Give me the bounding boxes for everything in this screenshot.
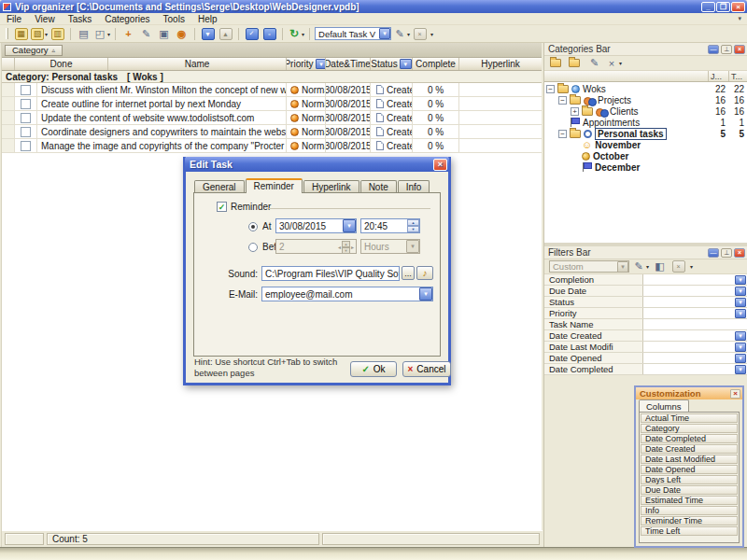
done-cell[interactable]	[15, 111, 37, 124]
chevron-down-icon[interactable]: ▾	[735, 287, 746, 296]
menu-file[interactable]: File	[0, 14, 28, 24]
filter-value[interactable]: ▾	[643, 342, 747, 352]
edit-filter-button[interactable]: ✎▾	[632, 259, 649, 274]
table-row[interactable]: Coordinate designers and copywriters to …	[2, 125, 542, 139]
edit-category-button[interactable]: ✎	[586, 56, 602, 71]
close-button[interactable]: ×	[731, 2, 745, 12]
chevron-down-icon[interactable]: ▾	[735, 331, 746, 341]
due-date-cell[interactable]: 30/08/2015	[326, 83, 371, 96]
tab-info[interactable]: Info	[398, 180, 430, 192]
delete-filter-button[interactable]: ×	[670, 259, 686, 274]
tab-columns[interactable]: Columns	[639, 399, 689, 412]
done-checkbox[interactable]	[21, 141, 31, 151]
new-item-button[interactable]: ▧▾	[31, 26, 48, 41]
due-date-cell[interactable]: 30/08/2015	[326, 125, 371, 138]
menu-overflow-icon[interactable]: ▾	[738, 15, 747, 22]
tree-item-october[interactable]: October	[544, 150, 747, 161]
move-up-button[interactable]: ▲	[218, 26, 233, 41]
tree-column-2[interactable]: T...	[728, 71, 747, 81]
complete-cell[interactable]: 0 %	[413, 83, 459, 96]
filter-value[interactable]: ▾	[643, 297, 747, 307]
task-name-cell[interactable]: Manage the image and copyrights of the c…	[37, 139, 287, 152]
panel-pin-button[interactable]: ⊥	[721, 248, 732, 258]
chevron-down-icon[interactable]: ▾	[735, 343, 746, 352]
chevron-down-icon[interactable]: ▾	[419, 287, 432, 301]
edit-task-button[interactable]: ✎	[138, 26, 154, 41]
filter-row-priority[interactable]: Priority▾	[544, 308, 747, 319]
list-item[interactable]: Time Left	[641, 526, 738, 536]
column-header-due-date[interactable]: ue Date&Time▾	[326, 58, 371, 70]
task-name-cell[interactable]: Create outline for internet portal by ne…	[37, 97, 287, 110]
filter-row-date-last-modified[interactable]: Date Last Modifi▾	[544, 342, 747, 353]
hyperlink-cell[interactable]	[459, 139, 542, 152]
chevron-down-icon[interactable]: ▾	[735, 275, 746, 285]
duplicate-task-button[interactable]: ▣	[156, 26, 172, 41]
filter-value[interactable]: ▾	[643, 274, 747, 285]
due-date-cell[interactable]: 30/08/2015	[326, 111, 371, 124]
collapse-icon[interactable]: −	[558, 130, 567, 138]
complete-cell[interactable]: 0 %	[413, 125, 459, 138]
filter-value[interactable]: ▾	[643, 286, 747, 296]
filter-row-date-completed[interactable]: Date Completed▾	[544, 364, 747, 375]
chevron-down-icon[interactable]: ▾	[735, 298, 746, 307]
panel-close-button[interactable]: ×	[734, 45, 745, 54]
priority-cell[interactable]: Normal	[287, 125, 326, 138]
complete-cell[interactable]: 0 %	[413, 139, 459, 152]
hyperlink-cell[interactable]	[459, 125, 542, 138]
filter-value[interactable]: ▾	[643, 353, 747, 363]
chevron-down-icon[interactable]: ▾	[735, 309, 746, 318]
add-subcategory-button[interactable]	[568, 56, 584, 71]
before-radio[interactable]	[248, 243, 258, 252]
tab-hyperlink[interactable]: Hyperlink	[303, 180, 359, 192]
customization-header[interactable]: Customization ×	[636, 387, 742, 399]
reminder-time-spinner[interactable]: 20:45 ▲ ▼	[360, 218, 420, 233]
status-cell[interactable]: Created	[371, 125, 413, 138]
panel-position-button[interactable]: —	[708, 248, 719, 258]
menu-tools[interactable]: Tools	[157, 14, 191, 24]
chevron-down-icon[interactable]: ▾	[343, 219, 356, 232]
list-item[interactable]: Category	[641, 424, 738, 433]
minimize-button[interactable]: _	[701, 2, 715, 12]
delete-category-button[interactable]: ×▾	[605, 56, 622, 71]
complete-cell[interactable]: 0 %	[413, 111, 459, 124]
list-item[interactable]: Date Opened	[641, 465, 738, 474]
filter-row-task-name[interactable]: Task Name	[544, 319, 747, 330]
tab-reminder[interactable]: Reminder	[246, 178, 303, 193]
status-cell[interactable]: Created	[371, 139, 413, 152]
task-name-cell[interactable]: Coordinate designers and copywriters to …	[37, 125, 287, 138]
list-item[interactable]: Actual Time	[641, 413, 738, 423]
collapse-icon[interactable]: −	[546, 85, 555, 93]
panel-pin-button[interactable]: ⊥	[721, 45, 732, 54]
tree-item-november[interactable]: ☺ November	[544, 139, 747, 150]
column-header-hyperlink[interactable]: Hyperlink	[459, 58, 542, 70]
priority-cell[interactable]: Normal	[287, 111, 326, 124]
panel-position-button[interactable]: —	[708, 45, 719, 54]
task-name-cell[interactable]: Update the content of website www.todoli…	[37, 111, 287, 124]
cancel-button[interactable]: × Cancel	[402, 361, 451, 377]
table-row[interactable]: Discuss with client Mr. Winston Milton t…	[2, 83, 542, 97]
tab-note[interactable]: Note	[360, 180, 397, 192]
column-header-complete[interactable]: Complete	[413, 58, 459, 70]
restore-button[interactable]: ❐	[716, 2, 730, 12]
apply-view-button[interactable]: ✎▾	[393, 26, 410, 41]
reminder-checkbox[interactable]: ✓	[217, 202, 227, 212]
status-cell[interactable]: Created	[371, 97, 413, 110]
priority-cell[interactable]: Normal	[287, 83, 326, 96]
spin-down-icon[interactable]: ▼	[407, 226, 419, 232]
dialog-title-bar[interactable]: Edit Task ×	[185, 157, 449, 172]
table-row[interactable]: Create outline for internet portal by ne…	[2, 97, 542, 111]
mark-complete-button[interactable]: ✓	[244, 26, 260, 41]
email-combobox[interactable]: employee@mail.com ▾	[261, 287, 433, 301]
spin-up-icon[interactable]: ▲	[407, 219, 419, 226]
new-database-button[interactable]: ▦	[13, 26, 29, 41]
menu-tasks[interactable]: Tasks	[62, 14, 99, 24]
list-item[interactable]: Due Date	[641, 485, 738, 495]
done-checkbox[interactable]	[21, 99, 31, 109]
done-cell[interactable]	[15, 125, 37, 138]
dialog-close-button[interactable]: ×	[433, 159, 447, 171]
tree-column-1[interactable]: J...	[708, 71, 728, 81]
list-item[interactable]: Date Last Modified	[641, 455, 738, 464]
sound-play-button[interactable]: ♪	[416, 266, 433, 280]
list-item[interactable]: Reminder Time	[641, 516, 738, 525]
status-filter-dropdown[interactable]: ▾	[400, 59, 412, 69]
